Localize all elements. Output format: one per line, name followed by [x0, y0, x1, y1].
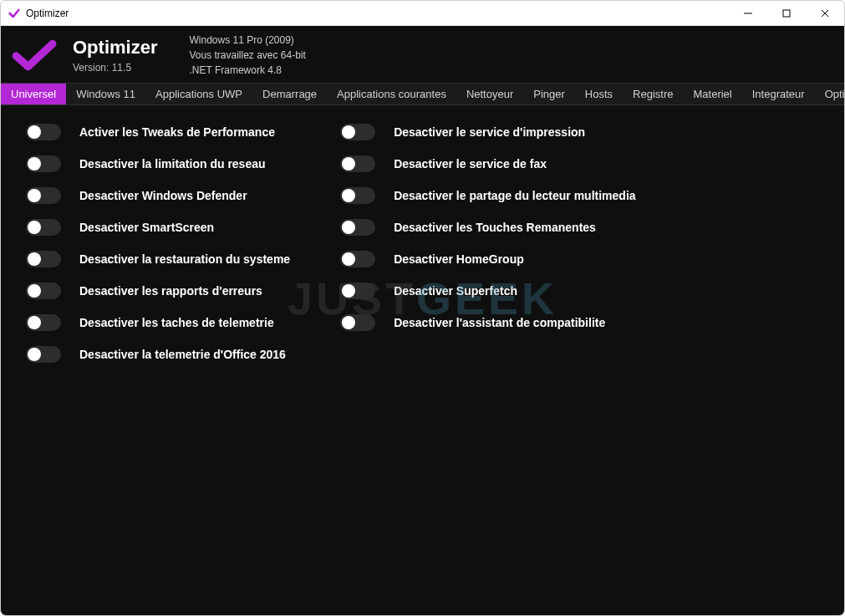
- toggle-switch[interactable]: [340, 283, 375, 299]
- toggle-superfetch: Desactiver Superfetch: [340, 283, 635, 299]
- tab-bar: Universel Windows 11 Applications UWP De…: [1, 83, 844, 105]
- toggle-media-sharing: Desactiver le partage du lecteur multime…: [340, 187, 635, 204]
- tab-options[interactable]: Options: [815, 84, 844, 104]
- toggle-knob-icon: [28, 189, 41, 202]
- toggle-sticky-keys: Desactiver les Touches Remanentes: [340, 219, 635, 236]
- toggle-switch[interactable]: [340, 314, 375, 331]
- toggle-knob-icon: [28, 316, 41, 329]
- toggle-switch[interactable]: [340, 251, 375, 267]
- window-title: Optimizer: [26, 8, 69, 19]
- tab-nettoyeur[interactable]: Nettoyeur: [456, 84, 523, 104]
- window-controls: [729, 1, 844, 26]
- tab-universel[interactable]: Universel: [1, 84, 66, 104]
- toggle-switch[interactable]: [26, 346, 61, 363]
- toggle-column-right: Desactiver le service d'impression Desac…: [340, 124, 635, 597]
- svg-rect-1: [783, 10, 790, 17]
- toggle-switch[interactable]: [340, 155, 375, 172]
- sysinfo-os: Windows 11 Pro (2009): [189, 33, 305, 48]
- content-area: JUSTGEEK Activer les Tweaks de Performan…: [1, 105, 844, 615]
- toggle-print-service: Desactiver le service d'impression: [340, 124, 635, 140]
- titlebar: Optimizer: [1, 1, 844, 26]
- toggle-label: Desactiver les taches de telemetrie: [79, 316, 274, 329]
- app-title-block: Optimizer Version: 11.5: [73, 37, 157, 74]
- app-icon-small: [8, 7, 21, 20]
- toggle-telemetry-tasks: Desactiver les taches de telemetrie: [26, 314, 290, 331]
- toggle-knob-icon: [342, 189, 355, 202]
- toggle-label: Desactiver HomeGroup: [394, 252, 524, 266]
- header: Optimizer Version: 11.5 Windows 11 Pro (…: [1, 26, 844, 83]
- tab-materiel[interactable]: Materiel: [684, 84, 742, 104]
- toggle-label: Desactiver Windows Defender: [79, 189, 247, 202]
- tab-windows-11[interactable]: Windows 11: [66, 84, 145, 104]
- toggle-switch[interactable]: [26, 124, 61, 140]
- toggle-knob-icon: [342, 125, 355, 139]
- toggle-label: Desactiver les rapports d'erreurs: [79, 284, 262, 298]
- toggle-office-telemetry: Desactiver la telemetrie d'Office 2016: [26, 346, 290, 363]
- toggle-system-restore: Desactiver la restauration du systeme: [26, 251, 290, 267]
- tab-pinger[interactable]: Pinger: [523, 84, 575, 104]
- toggle-knob-icon: [28, 252, 41, 266]
- toggle-compatibility-assistant: Desactiver l'assistant de compatibilite: [340, 314, 635, 331]
- toggle-switch[interactable]: [26, 187, 61, 204]
- toggle-label: Desactiver le partage du lecteur multime…: [394, 189, 635, 202]
- toggle-knob-icon: [342, 252, 355, 266]
- tab-demarrage[interactable]: Demarrage: [252, 84, 327, 104]
- toggle-network-throttling: Desactiver la limitation du reseau: [26, 155, 290, 172]
- toggle-knob-icon: [342, 284, 355, 298]
- toggle-homegroup: Desactiver HomeGroup: [340, 251, 635, 267]
- app-window: Optimizer Optimizer Version: 11.5 Window: [0, 0, 845, 616]
- toggle-switch[interactable]: [26, 219, 61, 236]
- toggle-label: Desactiver la limitation du reseau: [79, 157, 266, 171]
- toggle-label: Desactiver la restauration du systeme: [79, 252, 290, 266]
- toggle-switch[interactable]: [26, 251, 61, 267]
- tab-registre[interactable]: Registre: [623, 84, 683, 104]
- tab-hosts[interactable]: Hosts: [575, 84, 623, 104]
- toggle-switch[interactable]: [26, 155, 61, 172]
- toggle-fax-service: Desactiver le service de fax: [340, 155, 635, 172]
- toggle-knob-icon: [342, 221, 355, 234]
- toggle-label: Activer les Tweaks de Performance: [79, 125, 275, 139]
- tab-integrateur[interactable]: Integrateur: [742, 84, 815, 104]
- toggle-switch[interactable]: [26, 283, 61, 299]
- app-name: Optimizer: [73, 37, 157, 59]
- toggle-switch[interactable]: [340, 219, 375, 236]
- tab-applications-uwp[interactable]: Applications UWP: [145, 84, 252, 104]
- minimize-button[interactable]: [729, 1, 767, 26]
- toggle-label: Desactiver la telemetrie d'Office 2016: [79, 348, 286, 361]
- toggle-windows-defender: Desactiver Windows Defender: [26, 187, 290, 204]
- toggle-knob-icon: [28, 125, 41, 139]
- system-info: Windows 11 Pro (2009) Vous travaillez av…: [189, 33, 305, 78]
- tab-applications-courantes[interactable]: Applications courantes: [327, 84, 456, 104]
- sysinfo-arch: Vous travaillez avec 64-bit: [189, 48, 305, 63]
- close-button[interactable]: [806, 1, 844, 26]
- toggle-performance-tweaks: Activer les Tweaks de Performance: [26, 124, 290, 140]
- toggle-knob-icon: [28, 348, 41, 361]
- checkmark-logo-icon: [11, 38, 58, 73]
- maximize-button[interactable]: [767, 1, 806, 26]
- toggle-switch[interactable]: [340, 124, 375, 140]
- toggle-error-reports: Desactiver les rapports d'erreurs: [26, 283, 290, 299]
- toggle-label: Desactiver Superfetch: [394, 284, 517, 298]
- toggle-switch[interactable]: [26, 314, 61, 331]
- toggle-smartscreen: Desactiver SmartScreen: [26, 219, 290, 236]
- toggle-label: Desactiver les Touches Remanentes: [394, 221, 596, 234]
- toggle-knob-icon: [342, 316, 355, 329]
- toggle-switch[interactable]: [340, 187, 375, 204]
- toggle-label: Desactiver le service d'impression: [394, 125, 585, 139]
- toggle-column-left: Activer les Tweaks de Performance Desact…: [26, 124, 290, 597]
- app-version: Version: 11.5: [73, 62, 157, 74]
- toggle-label: Desactiver l'assistant de compatibilite: [394, 316, 605, 329]
- toggle-knob-icon: [28, 284, 41, 298]
- toggle-knob-icon: [342, 157, 355, 171]
- toggle-knob-icon: [28, 157, 41, 171]
- app-body: Optimizer Version: 11.5 Windows 11 Pro (…: [1, 26, 844, 615]
- toggle-knob-icon: [28, 221, 41, 234]
- toggle-label: Desactiver le service de fax: [394, 157, 547, 171]
- sysinfo-dotnet: .NET Framework 4.8: [189, 63, 305, 78]
- toggle-label: Desactiver SmartScreen: [79, 221, 214, 234]
